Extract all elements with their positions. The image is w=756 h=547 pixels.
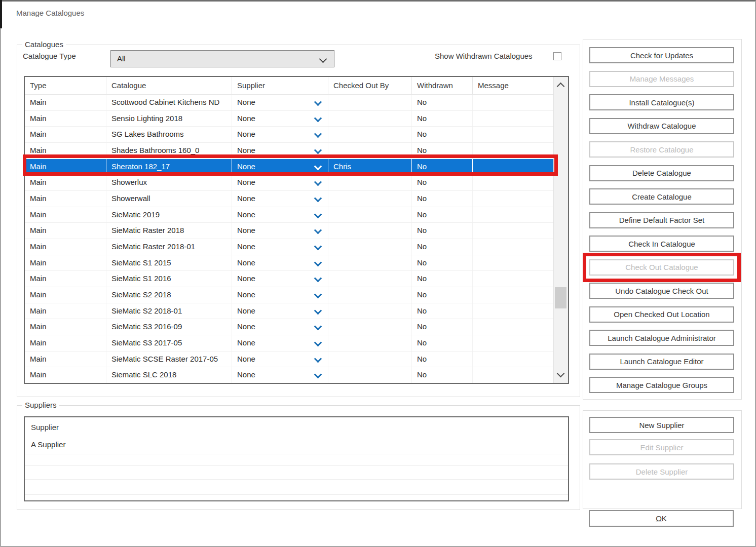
supplier-dropdown[interactable]: None [232, 175, 328, 190]
cell-message [472, 159, 553, 175]
catalogue-table: TypeCatalogueSupplierChecked Out ByWithd… [24, 76, 569, 384]
column-header-message[interactable]: Message [472, 77, 553, 94]
supplier-dropdown[interactable]: None [232, 95, 328, 110]
table-row[interactable]: MainSieMatic 2019NoneNo [25, 207, 553, 223]
button-check-out-catalogue[interactable]: Check Out Catalogue [589, 259, 734, 276]
button-restore-catalogue[interactable]: Restore Catalogue [589, 141, 734, 158]
table-row[interactable]: MainSieMatic S1 2016NoneNo [25, 271, 553, 287]
supplier-dropdown[interactable]: None [232, 191, 328, 207]
table-row[interactable]: MainSieMatic S3 2017-05NoneNo [25, 335, 553, 351]
table-row[interactable]: MainShades Bathrooms 160_0NoneNo [25, 143, 553, 159]
catalogue-type-label: Catalogue Type [23, 52, 76, 60]
button-delete-catalogue[interactable]: Delete Catalogue [589, 165, 734, 181]
button-withdraw-catalogue[interactable]: Withdraw Catalogue [589, 118, 734, 134]
cell-catalogue: SG Lakes Bathrooms [106, 127, 232, 142]
cell-checked-out-by: Chris [328, 159, 411, 175]
supplier-dropdown[interactable]: None [232, 223, 328, 239]
button-check-for-updates[interactable]: Check for Updates [589, 47, 734, 63]
cell-withdrawn: No [411, 303, 472, 319]
button-new-supplier[interactable]: New Supplier [589, 417, 734, 433]
scrollbar-thumb[interactable] [555, 287, 566, 308]
cell-withdrawn: No [411, 175, 472, 190]
cell-message [472, 143, 553, 159]
catalogue-type-value: All [117, 54, 126, 63]
button-delete-supplier[interactable]: Delete Supplier [589, 463, 734, 480]
button-undo-catalogue-check-out[interactable]: Undo Catalogue Check Out [589, 283, 734, 299]
column-header-catalogue[interactable]: Catalogue [106, 77, 232, 94]
column-header-supplier[interactable]: Supplier [232, 77, 328, 94]
supplier-row[interactable]: A Supplier [25, 437, 568, 454]
supplier-dropdown[interactable]: None [232, 255, 328, 271]
table-row[interactable]: MainSieMatic S3 2016-09NoneNo [25, 319, 553, 335]
cell-catalogue: Showerlux [106, 175, 232, 190]
button-manage-messages[interactable]: Manage Messages [589, 71, 734, 87]
cell-message [472, 111, 553, 127]
table-row[interactable]: MainSieMatic S1 2015NoneNo [25, 255, 553, 271]
scrollbar[interactable] [553, 77, 568, 383]
supplier-dropdown[interactable]: None [232, 239, 328, 255]
catalogue-type-combo[interactable]: All [110, 50, 334, 67]
cell-withdrawn: No [411, 239, 472, 255]
column-header-withdrawn[interactable]: Withdrawn [411, 77, 472, 94]
supplier-dropdown[interactable]: None [232, 159, 328, 175]
cell-catalogue: Sheraton 182_17 [106, 159, 232, 175]
table-row[interactable]: MainSensio Lighting 2018NoneNo [25, 111, 553, 127]
button-check-in-catalogue[interactable]: Check In Catalogue [589, 236, 734, 252]
table-row[interactable]: MainSiematic SLC 2018NoneNo [25, 367, 553, 383]
cell-catalogue: SieMatic Raster 2018-01 [106, 239, 232, 255]
chevron-down-icon [314, 194, 322, 203]
cell-catalogue: SieMatic SCSE Raster 2017-05 [106, 351, 232, 367]
cell-message [472, 367, 553, 383]
show-withdrawn-checkbox[interactable] [553, 52, 561, 60]
button-edit-supplier[interactable]: Edit Supplier [589, 439, 734, 455]
table-row[interactable]: MainSieMatic Raster 2018NoneNo [25, 223, 553, 239]
button-open-checked-out-location[interactable]: Open Checked Out Location [589, 306, 734, 323]
cell-withdrawn: No [411, 95, 472, 110]
column-header-checked-out-by[interactable]: Checked Out By [328, 77, 411, 94]
button-install-catalogue-s[interactable]: Install Catalogue(s) [589, 94, 734, 110]
cell-withdrawn: No [411, 287, 472, 303]
supplier-dropdown[interactable]: None [232, 143, 328, 159]
supplier-dropdown[interactable]: None [232, 111, 328, 127]
table-row[interactable]: MainSieMatic SCSE Raster 2017-05NoneNo [25, 351, 553, 368]
cell-type: Main [25, 191, 106, 207]
supplier-dropdown[interactable]: None [232, 207, 328, 223]
chevron-down-icon [314, 306, 322, 315]
cell-checked-out-by [328, 319, 411, 335]
chevron-down-icon [314, 210, 322, 218]
table-row[interactable]: MainSG Lakes BathroomsNoneNo [25, 127, 553, 143]
table-row[interactable]: MainSieMatic Raster 2018-01NoneNo [25, 239, 553, 255]
button-create-catalogue[interactable]: Create Catalogue [589, 188, 734, 205]
cell-message [472, 127, 553, 142]
table-row[interactable]: MainShowerluxNoneNo [25, 175, 553, 191]
button-launch-catalogue-administrator[interactable]: Launch Catalogue Administrator [589, 330, 734, 346]
button-launch-catalogue-editor[interactable]: Launch Catalogue Editor [589, 354, 734, 370]
cell-checked-out-by [328, 351, 411, 367]
supplier-dropdown[interactable]: None [232, 287, 328, 303]
table-row[interactable]: MainSheraton 182_17NoneChrisNo [25, 159, 553, 175]
chevron-down-icon [314, 323, 322, 331]
supplier-empty-row [25, 495, 568, 500]
scrollbar-up-button[interactable] [557, 83, 565, 91]
supplier-dropdown[interactable]: None [232, 271, 328, 287]
table-row[interactable]: MainSieMatic S2 2018NoneNo [25, 287, 553, 303]
column-header-type[interactable]: Type [25, 77, 106, 94]
button-define-default-factor-set[interactable]: Define Default Factor Set [589, 212, 734, 228]
chevron-down-icon [314, 226, 322, 235]
cell-catalogue: SieMatic S2 2018 [106, 287, 232, 303]
table-row[interactable]: MainSieMatic S2 2018-01NoneNo [25, 303, 553, 320]
supplier-dropdown[interactable]: None [232, 367, 328, 383]
button-manage-catalogue-groups[interactable]: Manage Catalogue Groups [589, 377, 734, 393]
supplier-dropdown[interactable]: None [232, 351, 328, 367]
table-row[interactable]: MainShowerwallNoneNo [25, 191, 553, 207]
catalogue-table-main: TypeCatalogueSupplierChecked Out ByWithd… [25, 77, 553, 383]
supplier-dropdown[interactable]: None [232, 127, 328, 142]
table-row[interactable]: MainScottwood Cabinet Kitchens NDNoneNo [25, 95, 553, 111]
scrollbar-down-button[interactable] [557, 370, 565, 378]
catalogues-group-label: Catalogues [22, 40, 66, 49]
supplier-dropdown[interactable]: None [232, 335, 328, 351]
supplier-dropdown[interactable]: None [232, 303, 328, 319]
cell-message [472, 287, 553, 303]
ok-button[interactable]: OK [589, 510, 734, 527]
supplier-dropdown[interactable]: None [232, 319, 328, 335]
